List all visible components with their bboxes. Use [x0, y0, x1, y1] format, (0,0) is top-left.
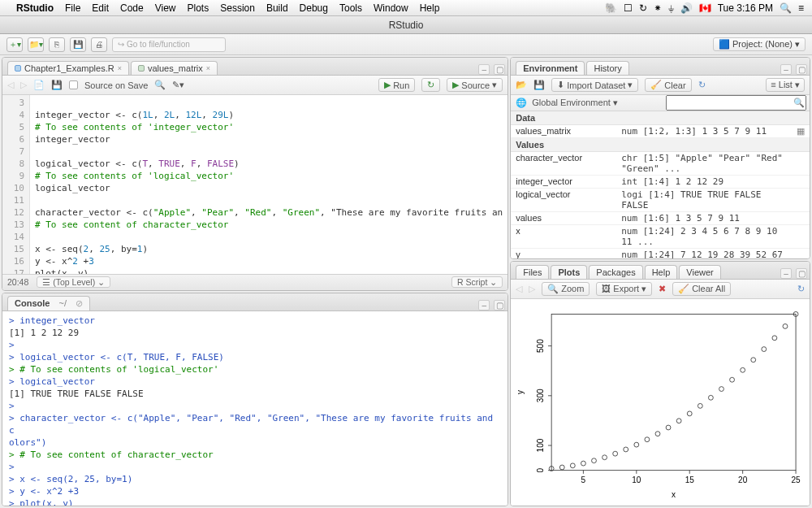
spotlight-icon[interactable]: 🔍 — [780, 2, 792, 14]
refresh-icon[interactable]: ↻ — [797, 284, 805, 294]
tab-chapter1[interactable]: Chapter1_Examples.R× — [7, 61, 129, 75]
remove-plot-icon[interactable]: ✖ — [659, 284, 666, 294]
minimize-pane-icon[interactable]: – — [780, 64, 792, 75]
svg-point-36 — [730, 377, 735, 382]
maximize-pane-icon[interactable]: ▢ — [796, 268, 807, 279]
save-icon[interactable]: 💾 — [51, 80, 63, 90]
menu-debug[interactable]: Debug — [300, 2, 328, 14]
svg-point-35 — [719, 386, 724, 391]
code-editor[interactable]: 34567891011121314151617181920 integer_ve… — [2, 95, 508, 274]
new-project-icon[interactable]: 📁▾ — [28, 37, 44, 52]
svg-text:300: 300 — [536, 389, 545, 402]
menu-view[interactable]: View — [155, 2, 176, 14]
svg-text:500: 500 — [536, 339, 545, 353]
volume-icon[interactable]: 🔊 — [680, 2, 693, 14]
svg-point-22 — [581, 461, 586, 466]
menu-tools[interactable]: Tools — [339, 2, 362, 14]
env-row[interactable]: xnum [1:24] 2 3 4 5 6 7 8 9 10 11 ... — [511, 225, 810, 249]
env-row[interactable]: ynum [1:24] 7 12 19 28 39 52 67 84 103 1… — [511, 249, 810, 258]
goto-file-input[interactable]: ↪ Go to file/function — [112, 37, 226, 52]
forward-icon[interactable]: ▷ — [20, 80, 27, 90]
export-button[interactable]: 🖼 Export ▾ — [596, 282, 652, 296]
menu-window[interactable]: Window — [374, 2, 408, 14]
clock[interactable]: Tue 3:16 PM — [718, 2, 773, 14]
tab-history[interactable]: History — [586, 61, 628, 75]
source-pane: Chapter1_Examples.R× values_matrix× – ▢ … — [2, 57, 508, 291]
clear-button[interactable]: 🧹 Clear — [645, 78, 691, 92]
import-dataset-button[interactable]: ⬇ Import Dataset ▾ — [551, 78, 638, 92]
search-icon[interactable]: 🔍 — [793, 98, 805, 108]
refresh-icon[interactable]: ↻ — [698, 80, 706, 90]
menu-edit[interactable]: Edit — [92, 2, 109, 14]
clear-all-button[interactable]: 🧹 Clear All — [672, 282, 731, 296]
lang-selector[interactable]: R Script ⌄ — [451, 276, 503, 288]
flag-icon[interactable]: 🇨🇦 — [699, 2, 711, 14]
env-row[interactable]: values_matrixnum [1:2, 1:3] 1 3 5 7 9 11… — [511, 125, 810, 138]
svg-point-38 — [751, 358, 756, 363]
svg-point-24 — [603, 455, 607, 460]
maximize-pane-icon[interactable]: ▢ — [494, 300, 505, 310]
svg-text:20: 20 — [738, 475, 748, 484]
zoom-button[interactable]: 🔍 Zoom — [542, 282, 590, 296]
env-row[interactable]: character_vectorchr [1:5] "Apple" "Pear"… — [511, 152, 810, 176]
env-search-input[interactable] — [666, 95, 806, 111]
tab-files[interactable]: Files — [516, 265, 549, 279]
new-file-icon[interactable]: ＋▾ — [6, 37, 23, 52]
save-icon[interactable]: 💾 — [70, 37, 86, 52]
load-ws-icon[interactable]: 📂 — [516, 80, 527, 90]
console-output[interactable]: > integer_vector[1] 1 2 12 29>> logical_… — [2, 311, 508, 506]
minimize-pane-icon[interactable]: – — [478, 64, 490, 75]
open-file-icon[interactable]: ⎘ — [49, 37, 65, 52]
mac-menubar: RStudio FileEditCodeViewPlotsSessionBuil… — [0, 0, 812, 16]
print-icon[interactable]: 🖨 — [91, 37, 107, 52]
dropdown-icon[interactable]: ☐ — [624, 2, 633, 14]
maximize-pane-icon[interactable]: ▢ — [796, 64, 807, 75]
scope-selector[interactable]: ☰ (Top Level) ⌄ — [37, 276, 110, 288]
menu-help[interactable]: Help — [420, 2, 440, 14]
tab-packages[interactable]: Packages — [589, 265, 642, 279]
svg-text:5: 5 — [581, 475, 586, 484]
wifi-icon[interactable]: ⏚ — [668, 2, 674, 14]
close-icon[interactable]: × — [118, 64, 122, 72]
wand-icon[interactable]: ✎▾ — [172, 80, 184, 90]
minimize-pane-icon[interactable]: – — [780, 268, 792, 279]
back-icon[interactable]: ◁ — [7, 80, 14, 90]
app-name[interactable]: RStudio — [16, 2, 54, 14]
menu-code[interactable]: Code — [120, 2, 144, 14]
evernote-icon[interactable]: 🐘 — [605, 2, 617, 14]
prev-plot-icon[interactable]: ◁ — [516, 284, 522, 294]
menu-session[interactable]: Session — [220, 2, 255, 14]
env-row[interactable]: valuesnum [1:6] 1 3 5 7 9 11 — [511, 212, 810, 225]
find-icon[interactable]: 🔍 — [154, 80, 166, 90]
svg-point-23 — [592, 458, 597, 463]
show-doc-icon[interactable]: 📄 — [33, 80, 45, 90]
close-icon[interactable]: × — [206, 64, 210, 72]
notification-icon[interactable]: ≡ — [798, 2, 804, 14]
tab-values-matrix[interactable]: values_matrix× — [131, 61, 218, 75]
menu-plots[interactable]: Plots — [188, 2, 209, 14]
source-button[interactable]: ▶Source ▾ — [447, 78, 503, 92]
sync-icon[interactable]: ↻ — [639, 2, 647, 14]
table-icon — [138, 65, 145, 72]
project-selector[interactable]: 🟦 Project: (None) ▾ — [713, 37, 806, 51]
source-on-save-checkbox[interactable] — [69, 80, 78, 89]
scope-selector[interactable]: Global Environment ▾ — [532, 98, 618, 108]
view-mode-button[interactable]: ≡ List ▾ — [766, 78, 805, 92]
tab-environment[interactable]: Environment — [516, 61, 585, 75]
tab-viewer[interactable]: Viewer — [679, 265, 720, 279]
maximize-pane-icon[interactable]: ▢ — [494, 64, 505, 75]
menu-build[interactable]: Build — [266, 2, 288, 14]
tab-plots[interactable]: Plots — [551, 265, 587, 279]
tab-console[interactable]: Console ~/ ⊘ — [7, 296, 90, 310]
env-row[interactable]: integer_vectorint [1:4] 1 2 12 29 — [511, 176, 810, 189]
next-plot-icon[interactable]: ▷ — [529, 284, 535, 294]
run-button[interactable]: ▶Run — [378, 78, 415, 92]
rerun-button[interactable]: ↻ — [421, 78, 440, 92]
bluetooth-icon[interactable]: ⁕ — [654, 2, 662, 14]
svg-point-25 — [613, 451, 618, 456]
minimize-pane-icon[interactable]: – — [478, 300, 490, 310]
menu-file[interactable]: File — [65, 2, 80, 14]
env-row[interactable]: logical_vectorlogi [1:4] TRUE TRUE FALSE… — [511, 189, 810, 212]
save-ws-icon[interactable]: 💾 — [533, 80, 545, 90]
tab-help[interactable]: Help — [645, 265, 678, 279]
